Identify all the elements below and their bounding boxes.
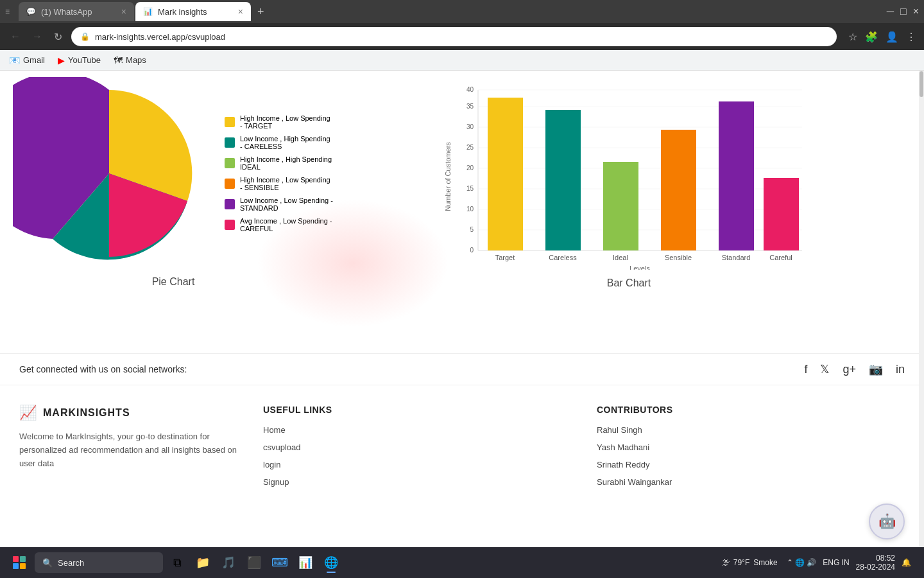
chatbot-button[interactable]: 🤖 <box>869 504 905 539</box>
google-plus-icon[interactable]: g+ <box>843 363 856 376</box>
back-button[interactable]: ← <box>8 28 23 45</box>
bookmark-gmail-label: Gmail <box>23 55 45 65</box>
legend-dot-target <box>225 117 235 127</box>
task-view-icon[interactable]: ⧉ <box>167 552 187 573</box>
legend-dot-sensible <box>225 179 235 189</box>
page-content: High Income , Low Spending - TARGET Low … <box>0 71 924 555</box>
bar-ideal <box>603 162 638 250</box>
svg-text:15: 15 <box>466 185 474 192</box>
link-home[interactable]: Home <box>263 425 571 435</box>
contributor-yash: Yash Madhani <box>597 442 905 452</box>
pie-chart-area: High Income , Low Spending - TARGET Low … <box>13 77 334 295</box>
svg-text:Careful: Careful <box>769 254 792 261</box>
bookmark-gmail[interactable]: 📧 Gmail <box>9 55 45 66</box>
brand-description: Welcome to MarkInsights, your go-to dest… <box>19 430 237 470</box>
url-text: mark-insights.vercel.app/csvupload <box>95 32 225 42</box>
scrollbar[interactable] <box>919 71 924 555</box>
start-button[interactable] <box>8 551 31 574</box>
url-input[interactable]: 🔒 mark-insights.vercel.app/csvupload <box>71 27 837 46</box>
bookmark-star-icon[interactable]: ☆ <box>848 31 857 43</box>
tab-markinsights[interactable]: 📊 Mark insights × <box>135 2 251 21</box>
useful-links-title: USEFUL LINKS <box>263 405 571 415</box>
taskbar: 🔍 Search ⧉ 📁 🎵 ⬛ ⌨ 📊 🌐 🌫 79°F Smoke ⌃ 🌐 … <box>0 547 924 578</box>
extensions-icon[interactable]: 🧩 <box>865 31 878 43</box>
markinsights-tab-icon: 📊 <box>143 7 153 16</box>
clock: 08:52 28-02-2024 <box>856 554 895 572</box>
taskbar-terminal[interactable]: ⬛ <box>243 551 266 574</box>
minimize-button[interactable]: ─ <box>887 6 894 17</box>
bar-chart-svg: Number of Customers 0 5 10 15 20 <box>353 83 905 270</box>
svg-text:40: 40 <box>466 86 474 93</box>
legend-label-careful: Avg Income , Low Spending - CAREFUL <box>240 217 334 232</box>
forward-button[interactable]: → <box>30 28 45 45</box>
linkedin-icon[interactable]: in <box>896 363 905 376</box>
taskbar-excel[interactable]: 📊 <box>294 551 317 574</box>
system-tray: ⌃ 🌐 🔊 ENG IN 08:52 28-02-2024 🔔 <box>787 554 916 572</box>
whatsapp-tab-icon: 💬 <box>26 7 36 16</box>
svg-text:Standard: Standard <box>722 254 751 261</box>
bookmark-maps[interactable]: 🗺 Maps <box>114 55 146 66</box>
svg-text:0: 0 <box>470 247 474 254</box>
taskbar-vscode[interactable]: ⌨ <box>268 551 291 574</box>
svg-rect-26 <box>13 556 19 562</box>
brand-logo: 📈 MARKINSIGHTS <box>19 405 237 421</box>
maximize-button[interactable]: □ <box>900 6 907 17</box>
brand-name: MARKINSIGHTS <box>43 407 130 419</box>
instagram-icon[interactable]: 📷 <box>869 362 883 376</box>
browser-chrome: ≡ 💬 (1) WhatsApp × 📊 Mark insights × + ─… <box>0 0 924 71</box>
maps-icon: 🗺 <box>114 55 123 66</box>
tab-whatsapp[interactable]: 💬 (1) WhatsApp × <box>19 2 134 21</box>
scrollbar-thumb[interactable] <box>920 71 923 97</box>
taskbar-chrome[interactable]: 🌐 <box>320 551 343 574</box>
taskbar-search-label: Search <box>58 558 84 568</box>
toolbar-icons: ☆ 🧩 👤 ⋮ <box>848 31 916 43</box>
link-signup[interactable]: Signup <box>263 477 571 487</box>
twitter-icon[interactable]: 𝕏 <box>820 362 830 376</box>
svg-text:Sensible: Sensible <box>665 254 692 261</box>
legend-dot-careful <box>225 220 235 230</box>
tabs-container: 💬 (1) WhatsApp × 📊 Mark insights × + <box>19 2 883 21</box>
connect-bar: Get connected with us on social networks… <box>0 353 924 385</box>
pie-chart-label: Pie Chart <box>152 276 195 288</box>
legend-label-target: High Income , Low Spending - TARGET <box>240 114 334 130</box>
bookmark-youtube[interactable]: ▶ YouTube <box>58 55 101 66</box>
social-icons: f 𝕏 g+ 📷 in <box>804 362 905 376</box>
tray-icons[interactable]: ⌃ 🌐 🔊 <box>787 558 817 567</box>
menu-icon[interactable]: ⋮ <box>906 31 916 43</box>
content-spacer <box>0 302 924 353</box>
connect-text: Get connected with us on social networks… <box>19 364 187 374</box>
bookmark-maps-label: Maps <box>126 55 146 65</box>
link-login[interactable]: login <box>263 460 571 469</box>
taskbar-file-explorer[interactable]: 📁 <box>191 551 214 574</box>
taskbar-spotify[interactable]: 🎵 <box>217 551 240 574</box>
close-button[interactable]: × <box>913 6 919 17</box>
whatsapp-tab-close[interactable]: × <box>121 6 126 17</box>
markinsights-tab-close[interactable]: × <box>238 6 243 17</box>
legend-label-sensible: High Income , Low Spending - SENSIBLE <box>240 176 334 191</box>
bookmark-youtube-label: YouTube <box>68 55 101 65</box>
footer-useful-links: USEFUL LINKS Home csvupload login Signup <box>263 405 571 495</box>
footer: 📈 MARKINSIGHTS Welcome to MarkInsights, … <box>0 385 924 514</box>
clock-time: 08:52 <box>856 554 895 563</box>
contributor-surabhi: Surabhi Waingankar <box>597 477 905 487</box>
reload-button[interactable]: ↻ <box>51 28 65 46</box>
link-csvupload[interactable]: csvupload <box>263 442 571 452</box>
legend-careful: Avg Income , Low Spending - CAREFUL <box>225 217 334 232</box>
notification-icon[interactable]: 🔔 <box>902 558 911 567</box>
bookmarks-bar: 📧 Gmail ▶ YouTube 🗺 Maps <box>0 50 924 71</box>
svg-text:Ideal: Ideal <box>613 254 628 261</box>
bar-standard <box>719 101 754 250</box>
bar-careful <box>764 178 799 250</box>
new-tab-button[interactable]: + <box>252 3 270 21</box>
svg-text:30: 30 <box>466 123 474 130</box>
profile-icon[interactable]: 👤 <box>886 31 898 43</box>
window-controls: ≡ <box>5 7 10 16</box>
charts-section: High Income , Low Spending - TARGET Low … <box>0 71 924 302</box>
chrome-menu[interactable]: ≡ <box>5 7 10 16</box>
legend-dot-standard <box>225 199 235 209</box>
contributor-rahul: Rahul Singh <box>597 425 905 435</box>
taskbar-search[interactable]: 🔍 Search <box>35 552 163 573</box>
lock-icon: 🔒 <box>80 32 90 41</box>
address-bar: ← → ↻ 🔒 mark-insights.vercel.app/csvuplo… <box>0 23 924 50</box>
facebook-icon[interactable]: f <box>804 363 807 376</box>
